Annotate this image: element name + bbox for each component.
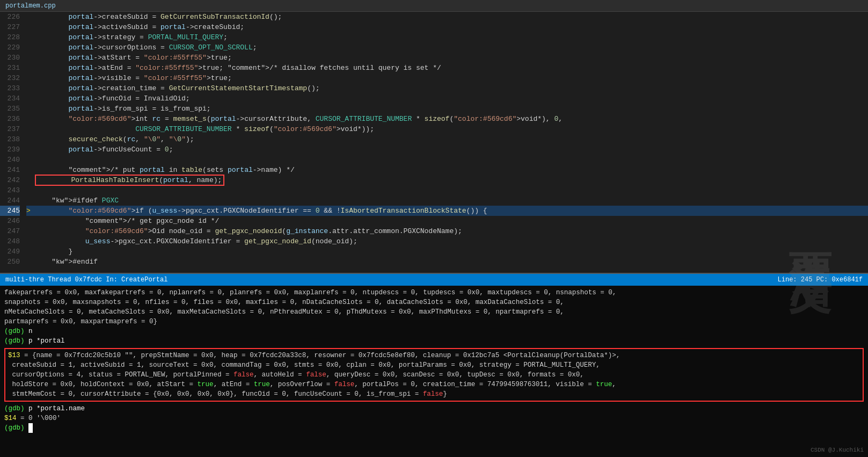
gdb-result-line: holdStore = 0x0, holdContext = 0x0, atSt… bbox=[8, 380, 860, 389]
gdb-result-line: cursorOptions = 4, status = PORTAL_NEW, … bbox=[8, 370, 860, 380]
code-content-234: portal->funcOid = InvalidOid; bbox=[35, 93, 190, 104]
line-num-242: 242 bbox=[0, 175, 20, 185]
line-num-239: 239 bbox=[0, 144, 20, 155]
code-content-249: } bbox=[35, 246, 72, 257]
status-left: multi-thre Thread 0x7fcdc In: CreatePort… bbox=[5, 276, 167, 284]
current-line-arrow bbox=[26, 236, 33, 246]
code-line-248: u_sess->pgxc_cxt.PGXCNodeIdentifier = ge… bbox=[26, 236, 868, 246]
code-line-242: PortalHashTableInsert(portal, name); bbox=[26, 175, 868, 185]
code-content-248: u_sess->pgxc_cxt.PGXCNodeIdentifier = ge… bbox=[35, 236, 358, 246]
code-line-241: "comment">/* put portal in table(sets po… bbox=[26, 165, 868, 175]
code-content-228: portal->strategy = PORTAL_MULTI_QUERY; bbox=[35, 32, 228, 42]
current-line-arrow bbox=[26, 165, 33, 175]
current-line-arrow bbox=[26, 73, 33, 83]
code-line-228: portal->strategy = PORTAL_MULTI_QUERY; bbox=[26, 32, 868, 42]
line-num-227: 227 bbox=[0, 22, 20, 32]
code-content-250: "kw">#endif bbox=[35, 257, 98, 267]
code-content-229: portal->cursorOptions = CURSOR_OPT_NO_SC… bbox=[35, 42, 257, 53]
code-content-244: "kw">#ifdef PGXC bbox=[35, 195, 119, 206]
current-line-arrow bbox=[26, 185, 33, 195]
code-line-247: "color:#569cd6">Oid node_oid = get_pgxc_… bbox=[26, 226, 868, 236]
line-num-229: 229 bbox=[0, 42, 20, 53]
gdb-result-line: $13 = {name = 0x7fcdc20c5b10 "", prepStm… bbox=[8, 351, 860, 360]
status-right: Line: 245 PC: 0xe6841f bbox=[778, 276, 863, 284]
current-line-arrow bbox=[26, 155, 33, 165]
code-content-227: portal->activeSubid = portal->createSubi… bbox=[35, 22, 244, 32]
gdb-result-line: stmtMemCost = 0, cursorAttribute = {0x0,… bbox=[8, 389, 860, 399]
highlighted-line-box: PortalHashTableInsert(portal, name); bbox=[35, 175, 224, 186]
csdn-watermark: CSDN @J.Kuchiki bbox=[811, 445, 864, 455]
gdb-content: fakepartrefs = 0x0, maxfakepartrefs = 0,… bbox=[4, 288, 864, 433]
current-line-arrow bbox=[26, 83, 33, 93]
current-line-arrow bbox=[26, 216, 33, 226]
code-line-246: "comment">/* get pgxc_node id */ bbox=[26, 216, 868, 226]
line-num-240: 240 bbox=[0, 155, 20, 165]
editor-title-bar: portalmem.cpp bbox=[0, 0, 868, 12]
current-line-arrow bbox=[26, 93, 33, 104]
gdb-section[interactable]: fakepartrefs = 0x0, maxfakepartrefs = 0,… bbox=[0, 286, 868, 457]
code-content-239: portal->funcUseCount = 0; bbox=[35, 144, 173, 155]
code-content-235: portal->is_from_spi = is_from_spi; bbox=[35, 104, 211, 114]
current-line-arrow bbox=[26, 32, 33, 42]
line-num-236: 236 bbox=[0, 114, 20, 124]
gdb-prompt-p-portal: (gdb) p *portal bbox=[4, 336, 864, 346]
gdb-result-name: $14 = 0 '\000' bbox=[4, 414, 864, 423]
code-line-250: "kw">#endif bbox=[26, 257, 868, 267]
code-line-227: portal->activeSubid = portal->createSubi… bbox=[26, 22, 868, 32]
gdb-result-line: createSubid = 1, activeSubid = 1, source… bbox=[8, 360, 860, 370]
current-line-arrow bbox=[26, 134, 33, 144]
current-line-arrow bbox=[26, 175, 33, 185]
line-num-246: 246 bbox=[0, 216, 20, 226]
current-line-arrow bbox=[26, 195, 33, 206]
code-content-230: portal->atStart = "color:#55ff55">true; bbox=[35, 53, 232, 63]
line-num-234: 234 bbox=[0, 93, 20, 104]
line-num-245: 245 bbox=[0, 206, 20, 216]
code-line-236: "color:#569cd6">int rc = memset_s(portal… bbox=[26, 114, 868, 124]
code-lines: portal->createSubid = GetCurrentSubTrans… bbox=[24, 12, 868, 274]
gdb-info-line: fakepartrefs = 0x0, maxfakepartrefs = 0,… bbox=[4, 288, 864, 298]
gdb-prompt-final[interactable]: (gdb) bbox=[4, 423, 864, 433]
line-num-230: 230 bbox=[0, 53, 20, 63]
current-line-arrow bbox=[26, 63, 33, 73]
code-line-249: } bbox=[26, 246, 868, 257]
code-line-239: portal->funcUseCount = 0; bbox=[26, 144, 868, 155]
code-line-226: portal->createSubid = GetCurrentSubTrans… bbox=[26, 12, 868, 22]
line-num-247: 247 bbox=[0, 226, 20, 236]
code-line-231: portal->atEnd = "color:#55ff55">true; "c… bbox=[26, 63, 868, 73]
line-num-226: 226 bbox=[0, 12, 20, 22]
gdb-prompt-portal-name: (gdb) p *portal.name bbox=[4, 404, 864, 414]
code-line-238: securec_check(rc, "\0", "\0"); bbox=[26, 134, 868, 144]
current-line-arrow bbox=[26, 124, 33, 134]
code-content-231: portal->atEnd = "color:#55ff55">true; "c… bbox=[35, 63, 441, 73]
current-line-arrow bbox=[26, 104, 33, 114]
current-line-arrow bbox=[26, 246, 33, 257]
code-line-240 bbox=[26, 155, 868, 165]
current-line-arrow bbox=[26, 144, 33, 155]
code-line-234: portal->funcOid = InvalidOid; bbox=[26, 93, 868, 104]
code-line-244: "kw">#ifdef PGXC bbox=[26, 195, 868, 206]
code-line-230: portal->atStart = "color:#55ff55">true; bbox=[26, 53, 868, 63]
code-content-238: securec_check(rc, "\0", "\0"); bbox=[35, 134, 194, 144]
gdb-info-line: nMetaCacheSlots = 0, metaCacheSlots = 0x… bbox=[4, 307, 864, 317]
file-title: portalmem.cpp bbox=[5, 2, 56, 10]
line-num-228: 228 bbox=[0, 32, 20, 42]
current-line-arrow bbox=[26, 114, 33, 124]
code-content-233: portal->creation_time = GetCurrentStatem… bbox=[35, 83, 320, 93]
code-content-245: "color:#569cd6">if (u_sess->pgxc_cxt.PGX… bbox=[35, 206, 487, 216]
code-content-232: portal->visible = "color:#55ff55">true; bbox=[35, 73, 232, 83]
code-content-236: "color:#569cd6">int rc = memset_s(portal… bbox=[35, 114, 563, 124]
line-num-248: 248 bbox=[0, 236, 20, 246]
line-numbers: 2262272282292302312322332342352362372382… bbox=[0, 12, 24, 274]
line-num-249: 249 bbox=[0, 246, 20, 257]
code-line-243 bbox=[26, 185, 868, 195]
status-bar: multi-thre Thread 0x7fcdc In: CreatePort… bbox=[0, 274, 868, 286]
gdb-info-line: partmaprefs = 0x0, maxpartmaprefs = 0} bbox=[4, 317, 864, 327]
line-num-231: 231 bbox=[0, 63, 20, 73]
code-content-226: portal->createSubid = GetCurrentSubTrans… bbox=[35, 12, 282, 22]
line-num-237: 237 bbox=[0, 124, 20, 134]
code-line-245: > "color:#569cd6">if (u_sess->pgxc_cxt.P… bbox=[26, 206, 868, 216]
code-content-241: "comment">/* put portal in table(sets po… bbox=[35, 165, 295, 175]
line-num-244: 244 bbox=[0, 195, 20, 206]
line-num-232: 232 bbox=[0, 73, 20, 83]
current-line-arrow bbox=[26, 257, 33, 267]
